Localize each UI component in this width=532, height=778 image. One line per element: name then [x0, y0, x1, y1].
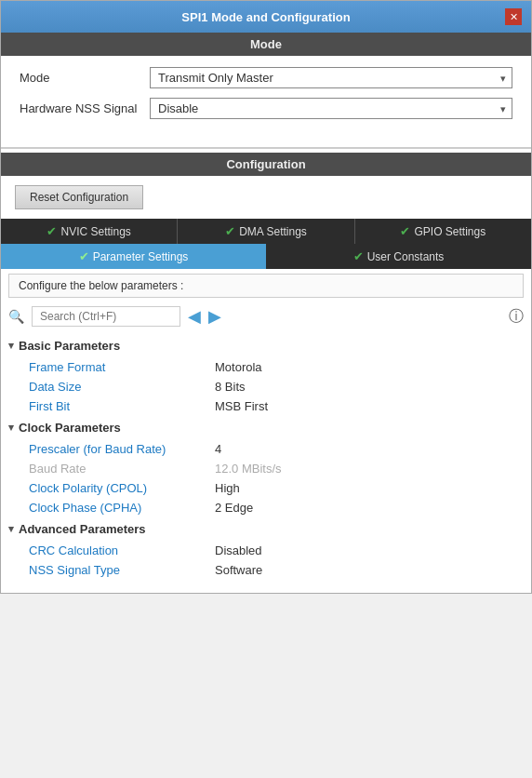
- nss-select-wrapper[interactable]: Disable Enable Input Enable Output ▾: [150, 98, 512, 119]
- param-crc-name: CRC Calculation: [29, 543, 215, 557]
- param-data-size-name: Data Size: [29, 380, 215, 394]
- group-advanced-label: Advanced Parameters: [19, 522, 146, 536]
- search-bar: 🔍 ◀ ▶ ⓘ: [1, 302, 531, 330]
- tab-user-label: User Constants: [367, 250, 445, 263]
- group-basic-label: Basic Parameters: [19, 339, 120, 353]
- tab-dma-settings[interactable]: ✔ DMA Settings: [178, 219, 354, 244]
- param-nss-signal-value: Software: [215, 563, 262, 577]
- chevron-basic-icon: ▾: [8, 340, 14, 352]
- chevron-advanced-icon: ▾: [8, 523, 14, 535]
- nss-field-row: Hardware NSS Signal Disable Enable Input…: [20, 98, 512, 119]
- info-icon[interactable]: ⓘ: [509, 307, 524, 327]
- gpio-check-icon: ✔: [400, 224, 410, 238]
- param-frame-format-name: Frame Format: [29, 360, 215, 374]
- chevron-clock-icon: ▾: [8, 422, 14, 434]
- param-nss-signal-name: NSS Signal Type: [29, 563, 215, 577]
- search-icon: 🔍: [8, 309, 24, 324]
- tab-gpio-settings[interactable]: ✔ GPIO Settings: [355, 219, 531, 244]
- param-row-data-size: Data Size 8 Bits: [1, 377, 531, 396]
- param-prescaler-name: Prescaler (for Baud Rate): [29, 442, 215, 456]
- tab-nvic-label: NVIC Settings: [60, 225, 130, 238]
- nvic-check-icon: ✔: [47, 224, 57, 238]
- tabs-row1: ✔ NVIC Settings ✔ DMA Settings ✔ GPIO Se…: [1, 219, 531, 244]
- param-baud-rate-value: 12.0 MBits/s: [215, 462, 282, 476]
- tab-parameter-settings[interactable]: ✔ Parameter Settings: [1, 244, 266, 269]
- param-frame-format-value: Motorola: [215, 360, 262, 374]
- param-baud-rate-name: Baud Rate: [29, 462, 215, 476]
- next-nav-icon[interactable]: ▶: [208, 306, 221, 327]
- param-cpha-name: Clock Phase (CPHA): [29, 501, 215, 515]
- tab-nvic-settings[interactable]: ✔ NVIC Settings: [1, 219, 178, 244]
- param-cpol-value: High: [215, 481, 240, 495]
- param-row-cpol: Clock Polarity (CPOL) High: [1, 478, 531, 498]
- instruction-bar: Configure the below parameters :: [8, 274, 524, 298]
- config-section-header: Configuration: [1, 153, 531, 176]
- param-data-size-value: 8 Bits: [215, 380, 246, 394]
- reset-config-button[interactable]: Reset Configuration: [15, 185, 143, 209]
- window-title: SPI1 Mode and Configuration: [181, 10, 350, 24]
- mode-select-wrapper[interactable]: Transmit Only Master Full-Duplex Master …: [150, 67, 512, 88]
- param-prescaler-value: 4: [215, 442, 221, 456]
- tab-dma-label: DMA Settings: [239, 225, 307, 238]
- param-first-bit-name: First Bit: [29, 399, 215, 413]
- param-first-bit-value: MSB First: [215, 399, 268, 413]
- mode-label: Mode: [20, 71, 150, 85]
- prev-nav-icon[interactable]: ◀: [188, 306, 201, 327]
- mode-field-row: Mode Transmit Only Master Full-Duplex Ma…: [20, 67, 512, 88]
- group-header-advanced[interactable]: ▾ Advanced Parameters: [1, 517, 531, 541]
- param-row-crc: CRC Calculation Disabled: [1, 541, 531, 560]
- group-clock-label: Clock Parameters: [19, 421, 121, 435]
- title-bar: SPI1 Mode and Configuration ✕: [1, 1, 531, 33]
- mode-select[interactable]: Transmit Only Master Full-Duplex Master …: [158, 71, 504, 85]
- main-window: SPI1 Mode and Configuration ✕ Mode Mode …: [0, 0, 532, 594]
- tab-user-constants[interactable]: ✔ User Constants: [266, 244, 531, 269]
- dma-check-icon: ✔: [225, 224, 235, 238]
- param-row-baud-rate: Baud Rate 12.0 MBits/s: [1, 459, 531, 478]
- mode-section: Mode Transmit Only Master Full-Duplex Ma…: [1, 56, 531, 149]
- param-cpha-value: 2 Edge: [215, 501, 253, 515]
- param-cpol-name: Clock Polarity (CPOL): [29, 481, 215, 495]
- param-row-nss-signal: NSS Signal Type Software: [1, 560, 531, 580]
- group-header-clock[interactable]: ▾ Clock Parameters: [1, 416, 531, 439]
- param-row-cpha: Clock Phase (CPHA) 2 Edge: [1, 498, 531, 517]
- param-crc-value: Disabled: [215, 543, 262, 557]
- close-button[interactable]: ✕: [505, 8, 522, 25]
- params-area: ▾ Basic Parameters Frame Format Motorola…: [1, 330, 531, 584]
- group-header-basic[interactable]: ▾ Basic Parameters: [1, 334, 531, 357]
- param-row-frame-format: Frame Format Motorola: [1, 357, 531, 377]
- user-check-icon: ✔: [353, 249, 364, 263]
- search-input[interactable]: [32, 306, 180, 327]
- mode-section-header: Mode: [1, 33, 531, 56]
- tab-parameter-label: Parameter Settings: [93, 250, 189, 263]
- param-row-first-bit: First Bit MSB First: [1, 396, 531, 416]
- tab-gpio-label: GPIO Settings: [414, 225, 485, 238]
- param-row-prescaler: Prescaler (for Baud Rate) 4: [1, 439, 531, 459]
- nss-select[interactable]: Disable Enable Input Enable Output: [158, 101, 504, 115]
- nss-label: Hardware NSS Signal: [20, 101, 150, 115]
- tabs-row2: ✔ Parameter Settings ✔ User Constants: [1, 244, 531, 269]
- config-section: Reset Configuration ✔ NVIC Settings ✔ DM…: [1, 176, 531, 593]
- param-check-icon: ✔: [79, 249, 89, 263]
